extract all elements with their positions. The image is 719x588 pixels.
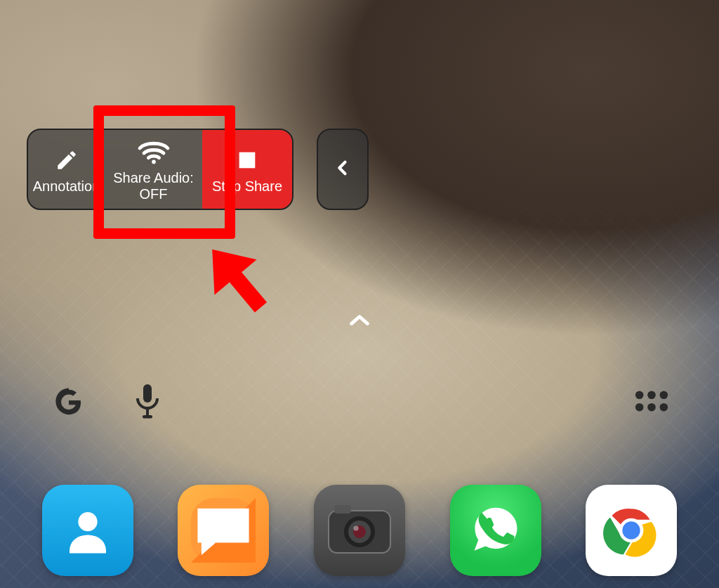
microphone-icon[interactable] bbox=[131, 381, 164, 424]
svg-point-6 bbox=[647, 391, 656, 400]
google-g-icon[interactable] bbox=[49, 381, 88, 424]
person-icon bbox=[60, 503, 115, 558]
svg-point-8 bbox=[635, 403, 644, 412]
pencil-icon bbox=[55, 146, 79, 174]
whatsapp-app[interactable] bbox=[450, 485, 541, 576]
dock bbox=[0, 481, 719, 580]
camera-app[interactable] bbox=[314, 485, 405, 576]
svg-point-7 bbox=[660, 391, 668, 400]
svg-point-0 bbox=[152, 160, 156, 164]
share-audio-label: Share Audio: OFF bbox=[113, 170, 194, 202]
message-icon bbox=[178, 485, 269, 576]
share-audio-button[interactable]: Share Audio: OFF bbox=[105, 130, 202, 209]
stop-share-button[interactable]: Stop Share bbox=[202, 130, 292, 209]
svg-rect-4 bbox=[143, 415, 152, 418]
chevron-left-icon bbox=[333, 152, 352, 186]
wifi-icon bbox=[137, 138, 171, 166]
annotation-button[interactable]: Annotation bbox=[28, 130, 105, 209]
svg-point-10 bbox=[660, 403, 668, 412]
svg-point-11 bbox=[78, 512, 97, 531]
svg-point-9 bbox=[647, 403, 656, 412]
chrome-app[interactable] bbox=[586, 485, 677, 576]
app-drawer-icon[interactable] bbox=[633, 387, 670, 418]
whatsapp-icon bbox=[466, 500, 526, 561]
stop-share-label: Stop Share bbox=[212, 178, 282, 195]
svg-point-5 bbox=[635, 391, 644, 400]
svg-rect-16 bbox=[334, 505, 351, 514]
svg-point-20 bbox=[353, 525, 358, 530]
quick-search-row bbox=[0, 371, 719, 434]
camera-icon bbox=[326, 502, 393, 558]
app-drawer-handle[interactable] bbox=[343, 310, 376, 332]
messages-app[interactable] bbox=[178, 485, 269, 576]
stop-icon bbox=[235, 146, 259, 174]
annotation-label: Annotation bbox=[33, 178, 100, 195]
svg-rect-1 bbox=[239, 152, 256, 168]
chevron-up-icon bbox=[348, 313, 371, 329]
chrome-icon bbox=[599, 498, 664, 563]
svg-rect-3 bbox=[143, 384, 152, 403]
collapse-toolbar-button[interactable] bbox=[317, 129, 369, 210]
screenshare-toolbar: Annotation Share Audio: OFF Stop Share bbox=[27, 129, 293, 210]
contacts-app[interactable] bbox=[42, 485, 133, 576]
